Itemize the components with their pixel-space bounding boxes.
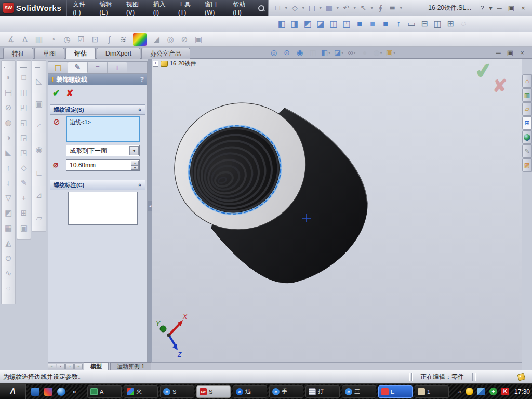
view-palette-tab[interactable]: ✎ xyxy=(522,144,532,158)
model-3d-view[interactable]: X Y Z xyxy=(152,59,522,362)
view-front-icon[interactable]: ◧ xyxy=(275,17,288,31)
thread-settings-group-header[interactable]: 螺纹设定(S) « xyxy=(50,104,145,115)
view-trimetric-icon[interactable]: ■ xyxy=(379,17,392,31)
last-tab-button[interactable]: » xyxy=(74,364,83,369)
viewport-single-icon[interactable]: ▭ xyxy=(405,17,418,31)
tree-expand-icon[interactable]: + xyxy=(153,61,158,66)
quick-launch-cad[interactable] xyxy=(44,388,52,396)
display-style-icon[interactable]: ◪▾ xyxy=(332,47,345,58)
geometry-analysis-icon[interactable]: ⊡ xyxy=(88,33,102,46)
doc-minimize-button[interactable]: ─ xyxy=(493,47,504,58)
scene-icon[interactable]: ▣▾ xyxy=(384,47,397,58)
taskbar-button-10[interactable]: 1 xyxy=(415,385,449,398)
taskbar-button-1[interactable]: A xyxy=(87,385,122,398)
part-name[interactable]: 16-20铁件 xyxy=(170,60,196,68)
performance-icon[interactable]: ◷ xyxy=(60,33,74,46)
taskbar-button-3[interactable]: eS xyxy=(160,385,194,398)
custom-properties-tab[interactable]: ▨ xyxy=(522,158,532,172)
taskbar-button-4[interactable]: SWS xyxy=(196,385,231,398)
options-icon[interactable]: ≣ xyxy=(387,2,398,14)
view-right-icon[interactable]: ◪ xyxy=(314,17,327,31)
magnify-icon[interactable]: ◉ xyxy=(294,47,306,58)
quick-launch-more[interactable]: » xyxy=(70,388,78,396)
dimxpertmanager-tab[interactable]: + xyxy=(108,62,127,73)
model-tab-1[interactable]: 模型 xyxy=(84,362,109,370)
doc-close-button[interactable]: × xyxy=(516,47,528,58)
search-tab[interactable] xyxy=(522,130,532,144)
design-library-tab[interactable]: ▱ xyxy=(522,102,532,116)
confirmation-ok-icon[interactable]: ✔ xyxy=(473,59,494,84)
check-icon[interactable]: ☑ xyxy=(74,33,88,46)
command-tab-3[interactable]: 评估 xyxy=(65,48,96,59)
view-top-icon[interactable]: ◫ xyxy=(327,17,340,31)
thread-callout-box[interactable] xyxy=(68,192,138,225)
compare-documents-icon[interactable]: ▣ xyxy=(192,33,205,46)
menu-item-6[interactable]: 窗口(W) xyxy=(199,0,227,16)
app-restore-button[interactable]: ▣ xyxy=(506,2,517,14)
view-bottom-icon[interactable]: ◰ xyxy=(340,17,353,31)
tray-qq-icon[interactable] xyxy=(466,388,473,395)
open-icon[interactable]: ◇ xyxy=(289,2,300,14)
draft-analysis-icon[interactable]: ◢ xyxy=(150,33,163,46)
undercut-analysis-icon[interactable]: ◎ xyxy=(164,33,177,46)
view-orientation-icon-arrow[interactable]: ▾ xyxy=(328,50,330,55)
make-drawing-icon[interactable]: ▤ xyxy=(306,2,317,14)
search-icon[interactable] xyxy=(258,5,264,11)
normal-to-icon[interactable]: ↑ xyxy=(392,17,405,31)
select-arrow-icon[interactable]: ▾ xyxy=(369,2,374,14)
tag-icon[interactable] xyxy=(517,373,526,381)
zoom-to-area-icon[interactable]: ⊙ xyxy=(281,47,293,58)
resources-tab[interactable]: ⌂ xyxy=(522,74,532,88)
scene-icon-arrow[interactable]: ▾ xyxy=(393,50,395,55)
menu-item-5[interactable]: 工具(T) xyxy=(172,0,199,16)
viewport-four-icon[interactable]: ⊞ xyxy=(444,17,457,31)
command-tab-4[interactable]: DimXpert xyxy=(97,48,140,59)
options-arrow-icon[interactable]: ▾ xyxy=(398,2,403,14)
view-dimetric-icon[interactable]: ■ xyxy=(366,17,379,31)
zoom-to-fit-icon[interactable]: ◎ xyxy=(268,47,280,58)
tray-network-icon[interactable] xyxy=(477,388,485,395)
view-orientation-icon[interactable]: ◧▾ xyxy=(320,47,332,58)
propertymanager-tab[interactable]: ✎ xyxy=(68,62,88,73)
curvature-icon[interactable]: ∫ xyxy=(102,33,116,46)
hide-show-items-icon-arrow[interactable]: ▾ xyxy=(353,50,355,55)
help-arrow-icon[interactable]: ▾ xyxy=(488,2,493,14)
view-left-icon[interactable]: ◩ xyxy=(301,17,314,31)
menu-item-3[interactable]: 视图(V) xyxy=(121,0,148,16)
quick-launch-messenger[interactable] xyxy=(31,388,39,396)
prev-tab-button[interactable]: ‹ xyxy=(57,364,65,369)
view-back-icon[interactable]: ◨ xyxy=(288,17,301,31)
menu-item-2[interactable]: 编辑(E) xyxy=(94,0,121,16)
curvature-display-icon[interactable] xyxy=(133,33,147,46)
new-arrow-icon[interactable]: ▾ xyxy=(284,2,288,14)
panel-splitter[interactable]: ◄ xyxy=(148,59,152,362)
taskbar-button-5[interactable]: »迅 xyxy=(233,385,267,398)
taskbar-button-2[interactable]: 火 xyxy=(124,385,158,398)
make-drawing-arrow-icon[interactable]: ▾ xyxy=(318,2,323,14)
configurationmanager-tab[interactable]: ≡ xyxy=(88,62,108,73)
model-tab-2[interactable]: 运动算例 1 xyxy=(110,362,151,370)
viewport-two-vertical-icon[interactable]: ◫ xyxy=(431,17,444,31)
start-button[interactable]: Λ xyxy=(0,384,26,399)
new-document-icon[interactable]: □ xyxy=(272,2,283,14)
dropdown-arrow-icon[interactable]: ▾ xyxy=(129,146,139,155)
confirmation-cancel-icon[interactable]: ✘ xyxy=(493,75,508,96)
command-tab-5[interactable]: 办公室产品 xyxy=(141,48,190,59)
community-tab[interactable]: ▥ xyxy=(522,88,532,102)
viewport-two-horizontal-icon[interactable]: ⊟ xyxy=(418,17,431,31)
cancel-button[interactable]: ✘ xyxy=(66,88,73,99)
command-tab-2[interactable]: 草图 xyxy=(34,48,64,59)
featuremanager-tab[interactable]: ▤ xyxy=(48,62,68,73)
undo-icon[interactable]: ↶ xyxy=(340,2,352,14)
graphics-area[interactable]: X Y Z + 16-20铁件 ✔ ✘ xyxy=(152,59,522,362)
display-style-icon-arrow[interactable]: ▾ xyxy=(341,50,343,55)
print-icon[interactable]: ▦ xyxy=(323,2,335,14)
thickness-analysis-icon[interactable]: ⊘ xyxy=(178,33,191,46)
doc-restore-button[interactable]: ▣ xyxy=(504,47,516,58)
panel-help-icon[interactable]: ? xyxy=(140,76,144,83)
first-tab-button[interactable]: « xyxy=(48,364,56,369)
tray-collapse-chevron[interactable]: « xyxy=(458,388,461,395)
undo-arrow-icon[interactable]: ▾ xyxy=(352,2,357,14)
diameter-spinner[interactable]: ▴ ▾ xyxy=(131,161,139,170)
menu-item-1[interactable]: 文件(F) xyxy=(67,0,94,16)
